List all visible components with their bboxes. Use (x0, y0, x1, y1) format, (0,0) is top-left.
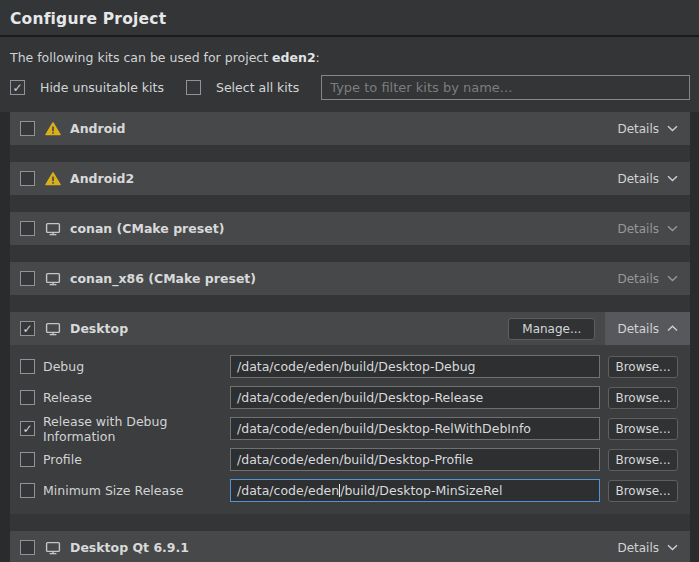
text-caret (339, 484, 340, 497)
build-config-checkbox[interactable] (20, 359, 35, 374)
build-config-checkbox[interactable] (20, 483, 35, 498)
chevron-down-icon (667, 544, 678, 551)
kit-icon (45, 272, 61, 286)
kit-name: conan_x86 (CMake preset) (70, 271, 256, 286)
build-dir-input[interactable]: /data/code/eden/build/Desktop-Profile (230, 448, 600, 471)
kit-name: conan (CMake preset) (70, 221, 224, 236)
details-label: Details (617, 322, 659, 336)
kit-checkbox[interactable] (20, 540, 35, 555)
desktop-icon (45, 272, 61, 286)
kit-icon (45, 172, 61, 186)
kit-card-android2: Android2 Details (10, 162, 690, 195)
page-title: Configure Project (0, 0, 699, 35)
details-label: Details (617, 272, 659, 286)
hide-unsuitable-kits-label: Hide unsuitable kits (40, 80, 164, 95)
build-dir-input[interactable]: /data/code/eden/build/Desktop-Debug (230, 355, 600, 378)
details-label: Details (617, 541, 659, 555)
kit-name: Android2 (70, 171, 134, 186)
chevron-down-icon (667, 175, 678, 182)
build-config-label: Debug (43, 359, 230, 374)
kit-checkbox[interactable] (20, 121, 35, 136)
desktop-icon (45, 222, 61, 236)
build-config-row: ✓ Release with Debug Information /data/c… (20, 413, 678, 444)
kit-filter-input[interactable] (321, 75, 690, 100)
kit-name: Desktop Qt 6.9.1 (70, 540, 189, 555)
kit-icon (45, 122, 61, 136)
kit-header: conan (CMake preset) Details (10, 212, 690, 245)
kit-icon (45, 322, 61, 336)
kit-name: Android (70, 121, 126, 136)
chevron-down-icon (667, 275, 678, 282)
kit-card-desktop: ✓ Desktop Manage... Details (10, 312, 690, 514)
kit-details-body: Debug /data/code/eden/build/Desktop-Debu… (10, 345, 690, 514)
configure-project-header: Configure Project The following kits can… (0, 0, 699, 112)
kit-checkbox[interactable] (20, 171, 35, 186)
build-config-checkbox[interactable] (20, 452, 35, 467)
browse-button[interactable]: Browse... (608, 480, 678, 502)
filter-row: ✓ Hide unsuitable kits Select all kits (0, 65, 699, 112)
kit-checkbox[interactable]: ✓ (20, 321, 35, 336)
kits-description: The following kits can be used for proje… (0, 37, 699, 65)
details-toggle: Details (605, 212, 690, 245)
warning-icon (45, 122, 61, 136)
desktop-icon (45, 541, 61, 555)
browse-button[interactable]: Browse... (608, 387, 678, 409)
details-label: Details (617, 172, 659, 186)
build-config-row: Profile /data/code/eden/build/Desktop-Pr… (20, 444, 678, 475)
kit-header: Android Details (10, 112, 690, 145)
kit-card-android: Android Details (10, 112, 690, 145)
build-config-label: Minimum Size Release (43, 483, 230, 498)
manage-button[interactable]: Manage... (508, 318, 595, 340)
browse-button[interactable]: Browse... (608, 418, 678, 440)
kit-header: Android2 Details (10, 162, 690, 195)
kit-header: Desktop Qt 6.9.1 Details (10, 531, 690, 562)
kit-name: Desktop (70, 321, 128, 336)
kit-icon (45, 541, 61, 555)
project-name: eden2 (272, 50, 316, 65)
hide-unsuitable-kits-checkbox[interactable]: ✓ (10, 80, 25, 95)
build-config-row: Minimum Size Release /data/code/eden/bui… (20, 475, 678, 506)
kit-card-desktop-qt-6-9-1: Desktop Qt 6.9.1 Details (10, 531, 690, 562)
kit-list: Android Details (10, 112, 690, 562)
details-label: Details (617, 122, 659, 136)
build-dir-input[interactable]: /data/code/eden/build/Desktop-Release (230, 386, 600, 409)
details-label: Details (617, 222, 659, 236)
details-toggle[interactable]: Details (605, 531, 690, 562)
build-config-row: Release /data/code/eden/build/Desktop-Re… (20, 382, 678, 413)
select-all-kits-checkbox[interactable] (186, 80, 201, 95)
details-toggle[interactable]: Details (605, 112, 690, 145)
details-toggle[interactable]: Details (605, 162, 690, 195)
kit-header: conan_x86 (CMake preset) Details (10, 262, 690, 295)
kit-checkbox[interactable] (20, 221, 35, 236)
build-config-label: Release (43, 390, 230, 405)
kit-card-conan-x86-cmake-preset: conan_x86 (CMake preset) Details (10, 262, 690, 295)
build-config-row: Debug /data/code/eden/build/Desktop-Debu… (20, 351, 678, 382)
kit-card-conan-cmake-preset: conan (CMake preset) Details (10, 212, 690, 245)
warning-icon (45, 172, 61, 186)
build-config-label: Release with Debug Information (43, 414, 230, 444)
details-toggle[interactable]: Details (605, 312, 690, 345)
browse-button[interactable]: Browse... (608, 356, 678, 378)
build-dir-input[interactable]: /data/code/eden/build/Desktop-RelWithDeb… (230, 417, 600, 440)
chevron-down-icon (667, 125, 678, 132)
chevron-down-icon (667, 225, 678, 232)
kit-checkbox[interactable] (20, 271, 35, 286)
kit-icon (45, 222, 61, 236)
select-all-kits-label: Select all kits (216, 80, 299, 95)
build-dir-input[interactable]: /data/code/eden/build/Desktop-MinSizeRel (230, 479, 600, 502)
build-config-checkbox[interactable] (20, 390, 35, 405)
details-toggle: Details (605, 262, 690, 295)
desktop-icon (45, 322, 61, 336)
chevron-up-icon (667, 325, 678, 332)
kit-header: ✓ Desktop Manage... Details (10, 312, 690, 345)
build-config-checkbox[interactable]: ✓ (20, 421, 35, 436)
browse-button[interactable]: Browse... (608, 449, 678, 471)
build-config-label: Profile (43, 452, 230, 467)
